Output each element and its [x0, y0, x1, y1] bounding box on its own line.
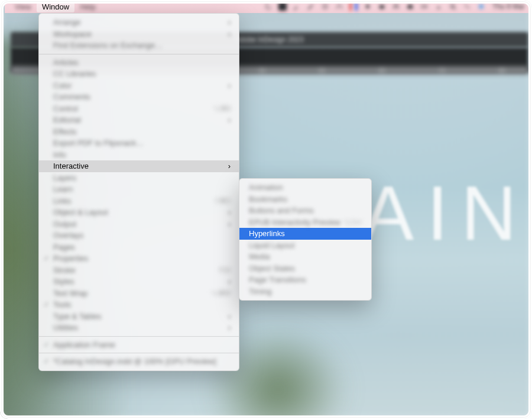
menu-item-utilities[interactable]: Utilities›	[39, 322, 239, 334]
menu-item-label: Effects	[53, 127, 231, 136]
menubar-item-help[interactable]: Help	[74, 1, 101, 12]
menubar-item-view[interactable]: View	[9, 1, 37, 12]
menu-item-label: Info	[53, 150, 231, 159]
status-icon[interactable]	[278, 2, 287, 11]
chevron-right-icon: ›	[228, 220, 231, 228]
menu-item-styles[interactable]: Styles›	[39, 276, 239, 288]
svg-rect-7	[468, 7, 470, 8]
cloud-icon[interactable]	[406, 2, 414, 11]
submenu-item-liquid-layout[interactable]: Liquid Layout	[239, 240, 371, 252]
menu-item-catalog-indesign-indd-100-gpu-preview[interactable]: ✓*Catalog InDesign.indd @ 100% [GPU Prev…	[39, 356, 239, 368]
record-icon[interactable]	[364, 2, 372, 11]
menu-separator	[39, 353, 239, 353]
window-menu: Arrange›Workspace›Find Extensions on Exc…	[38, 13, 239, 371]
svg-rect-6	[465, 5, 467, 7]
menu-item-application-frame[interactable]: ✓Application Frame	[39, 339, 239, 351]
headphones-icon[interactable]	[392, 2, 400, 11]
menu-item-tools[interactable]: ✓Tools	[39, 299, 239, 311]
curve-icon[interactable]	[335, 2, 343, 11]
submenu-item-page-transitions[interactable]: Page Transitions	[239, 274, 371, 286]
chevron-right-icon: ›	[228, 81, 231, 90]
menu-item-label: Arrange	[53, 18, 228, 27]
menu-item-label: Tools	[53, 300, 231, 309]
menu-item-label: Find Extensions on Exchange…	[53, 41, 231, 50]
submenu-item-label: Hyperlinks	[249, 229, 362, 238]
menu-item-workspace[interactable]: Workspace›	[39, 28, 239, 40]
chevron-right-icon: ›	[228, 312, 231, 321]
menu-item-editorial[interactable]: Editorial›	[39, 114, 239, 126]
menu-separator	[39, 54, 239, 54]
checkmark-icon: ✓	[44, 254, 49, 262]
interactive-submenu: AnimationBookmarksButtons and FormsEPUB …	[239, 178, 372, 301]
menu-item-text-wrap[interactable]: Text Wrap⌥⌘W	[39, 288, 239, 299]
menu-item-stroke[interactable]: StrokeF10	[39, 265, 239, 276]
menu-item-find-extensions-on-exchange[interactable]: Find Extensions on Exchange…	[39, 40, 239, 51]
menu-item-label: Articles	[53, 58, 231, 67]
search-icon[interactable]	[449, 2, 457, 11]
checkmark-icon: ✓	[44, 357, 49, 365]
menu-item-output[interactable]: Output›	[39, 218, 239, 230]
chevron-right-icon: ›	[228, 162, 231, 170]
menu-item-label: Interactive	[53, 162, 228, 170]
menu-item-learn[interactable]: Learn	[39, 183, 239, 195]
pen-icon[interactable]	[307, 2, 315, 11]
submenu-item-hyperlinks[interactable]: Hyperlinks	[239, 228, 371, 240]
mac-menubar: ViewWindowHelp Thu 9 Mar	[5, 0, 530, 13]
menu-item-export-pdf-to-flipsnack[interactable]: Export PDF to Flipsnack…	[39, 137, 239, 149]
menubar-item-window[interactable]: Window	[37, 1, 74, 12]
chevron-right-icon: ›	[228, 277, 231, 286]
menu-item-shortcut: ⌥⌘6	[213, 105, 231, 112]
menu-item-properties[interactable]: ✓Properties	[39, 253, 239, 265]
svg-rect-4	[427, 6, 427, 7]
menu-item-cc-libraries[interactable]: CC Libraries	[39, 68, 239, 80]
menu-item-label: Object & Layout	[53, 208, 228, 217]
menu-item-shortcut: ⌥⌘W	[210, 289, 231, 297]
user-icon[interactable]	[477, 2, 485, 11]
eyedropper-icon[interactable]	[293, 2, 301, 11]
submenu-item-epub-interactivity-preview[interactable]: EPUB Interactivity Preview⌥⇧↩	[239, 217, 371, 228]
menubar-left: ViewWindowHelp	[9, 1, 101, 12]
menu-item-control[interactable]: Control⌥⌘6	[39, 103, 239, 115]
menu-item-pages[interactable]: Pages	[39, 241, 239, 253]
svg-point-8	[479, 4, 484, 9]
flag-icon[interactable]	[349, 2, 358, 11]
submenu-item-media[interactable]: Media	[239, 251, 371, 263]
submenu-item-animation[interactable]: Animation	[239, 182, 371, 194]
menu-item-label: Workspace	[53, 30, 228, 38]
submenu-item-object-states[interactable]: Object States	[239, 263, 371, 275]
menu-item-color[interactable]: Color›	[39, 80, 239, 92]
menubar-clock[interactable]: Thu 9 Mar	[492, 2, 525, 11]
background-text: AIN	[362, 169, 530, 257]
chevron-right-icon: ›	[228, 30, 231, 38]
chevron-right-icon: ›	[228, 18, 231, 27]
menu-item-label: Pages	[53, 243, 231, 252]
menu-item-comments[interactable]: Comments	[39, 91, 239, 103]
submenu-item-bookmarks[interactable]: Bookmarks	[239, 194, 371, 205]
menu-item-info[interactable]: Info	[39, 149, 239, 161]
menu-item-label: CC Libraries	[53, 69, 231, 78]
menu-item-label: Editorial	[53, 115, 228, 124]
menu-item-links[interactable]: Links⇧⌘D	[39, 195, 239, 207]
menu-item-interactive[interactable]: Interactive›	[39, 160, 239, 172]
menu-item-overlays[interactable]: Overlays	[39, 230, 239, 241]
submenu-item-label: Buttons and Forms	[249, 206, 362, 215]
submenu-item-timing[interactable]: Timing	[239, 286, 371, 298]
wifi-icon[interactable]	[434, 2, 443, 11]
sync-icon[interactable]	[264, 2, 273, 11]
submenu-item-label: Bookmarks	[249, 195, 362, 204]
circle-icon[interactable]	[321, 2, 329, 11]
menu-item-label: Overlays	[53, 231, 231, 240]
menu-item-arrange[interactable]: Arrange›	[39, 17, 239, 28]
submenu-item-buttons-and-forms[interactable]: Buttons and Forms	[239, 205, 371, 217]
menu-item-label: Color	[53, 81, 228, 90]
menu-item-articles[interactable]: Articles	[39, 57, 239, 69]
menu-item-object-layout[interactable]: Object & Layout›	[39, 207, 239, 218]
control-center-icon[interactable]	[463, 2, 471, 11]
menu-item-effects[interactable]: Effects	[39, 126, 239, 138]
battery-icon[interactable]	[420, 2, 429, 11]
menu-item-label: Layers	[53, 173, 231, 182]
menu-item-type-tables[interactable]: Type & Tables›	[39, 311, 239, 323]
menu-item-layers[interactable]: Layers	[39, 172, 239, 184]
camera-icon[interactable]	[378, 2, 386, 11]
menu-separator	[39, 336, 239, 337]
